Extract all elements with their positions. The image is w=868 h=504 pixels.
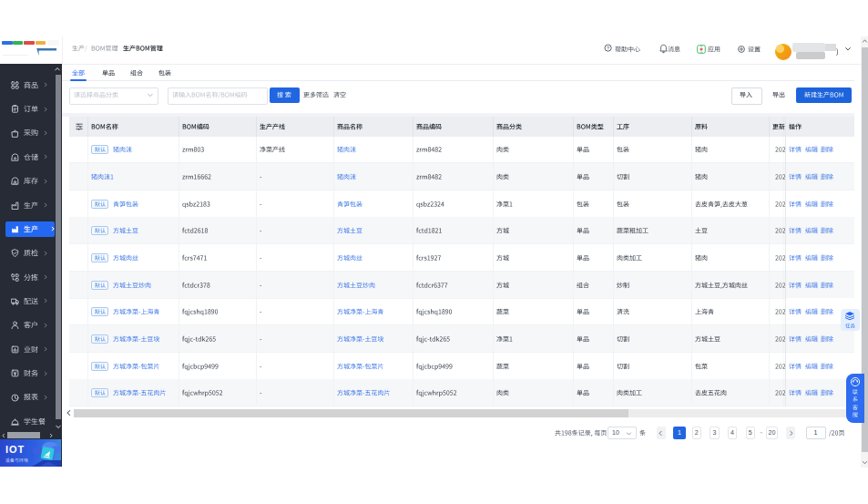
svg-text:?: ? (607, 46, 609, 51)
